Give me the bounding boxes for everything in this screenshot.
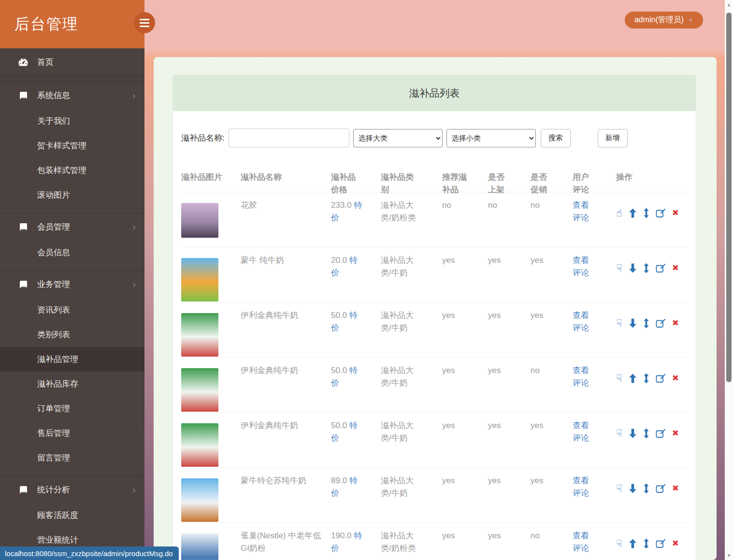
arrow-vertical-icon[interactable] [643,428,649,439]
sidebar-item-14[interactable]: 售后管理 [0,421,144,445]
sidebar-item-1[interactable]: 系统信息› [0,82,144,109]
product-image[interactable] [181,258,218,302]
thumb-down-icon[interactable]: ☟ [616,539,622,548]
sidebar-item-0[interactable]: 首页 [0,48,144,76]
view-comments-link[interactable]: 查看评论 [573,366,589,388]
table-row: 蒙牛特仑苏纯牛奶 89.0 特价 滋补品大类/牛奶 yes yes yes 查看… [181,468,688,523]
view-comments-link[interactable]: 查看评论 [573,421,589,443]
menu-toggle-button[interactable] [134,12,155,33]
arrow-vertical-icon[interactable] [643,373,649,384]
product-image[interactable] [181,203,218,238]
product-image[interactable] [181,368,218,412]
special-price-link[interactable]: 特价 [331,256,358,277]
sidebar-item-4[interactable]: 包装样式管理 [0,158,144,183]
arrow-vertical-icon[interactable] [643,263,649,273]
delete-icon[interactable]: ✖ [672,207,679,219]
delete-icon[interactable]: ✖ [672,537,679,550]
small-category-select[interactable]: 选择小类 [446,129,536,147]
arrow-down-icon[interactable] [629,429,637,438]
thumb-down-icon[interactable]: ☟ [616,263,622,273]
arrow-up-icon[interactable] [629,539,637,548]
product-image[interactable] [181,478,218,522]
special-price-link[interactable]: 特价 [331,421,358,443]
arrow-down-icon[interactable] [629,263,637,273]
recommend-flag: yes [442,247,488,267]
sidebar-item-10[interactable]: 类别列表 [0,322,144,347]
arrow-down-icon[interactable] [629,318,637,328]
edit-icon[interactable] [656,263,666,273]
product-image[interactable] [181,313,218,357]
special-price-link[interactable]: 特价 [331,366,358,388]
scrollbar-thumb[interactable] [726,13,732,382]
delete-icon[interactable]: ✖ [672,262,679,274]
big-category-select[interactable]: 选择大类 [353,129,443,147]
caret-down-icon: ▼ [688,17,693,23]
product-name-input[interactable] [229,129,349,147]
sidebar-item-label: 首页 [37,57,54,68]
sidebar-item-label: 类别列表 [37,329,70,340]
special-price-link[interactable]: 特价 [331,311,358,332]
edit-icon[interactable] [656,429,666,439]
comments-cell: 查看评论 [573,192,616,224]
sidebar-item-13[interactable]: 订单管理 [0,396,144,421]
product-category: 滋补品大类/牛奶 [381,302,442,334]
search-button[interactable]: 搜索 [541,129,571,147]
product-image-cell [181,468,241,522]
sidebar-item-5[interactable]: 滚动图片 [0,183,144,207]
promotion-flag: yes [531,468,573,487]
view-comments-link[interactable]: 查看评论 [573,201,589,222]
sidebar-item-17[interactable]: 顾客活跃度 [0,503,144,528]
thumb-down-icon[interactable]: ☟ [616,484,622,493]
edit-icon[interactable] [656,208,666,218]
scrollbar[interactable]: ▲ ▼ [725,0,733,560]
arrow-vertical-icon[interactable] [643,318,649,329]
scroll-down-icon[interactable]: ▼ [725,553,733,558]
sidebar-item-7[interactable]: 会员信息 [0,240,144,265]
view-comments-link[interactable]: 查看评论 [573,256,589,277]
thumb-up-icon[interactable]: ☝ [616,208,622,218]
sidebar-item-3[interactable]: 贺卡样式管理 [0,133,144,158]
edit-icon[interactable] [656,539,666,549]
view-comments-link[interactable]: 查看评论 [573,531,589,553]
sidebar-item-16[interactable]: 统计分析› [0,476,144,503]
edit-icon[interactable] [656,484,666,494]
edit-icon[interactable] [656,373,666,384]
product-table: 滋补品图片滋补品名称滋补品价格滋补品类别推荐滋补品是否上架是否促销用户评论操作 … [173,160,696,560]
special-price-link[interactable]: 特价 [331,476,358,498]
product-image[interactable] [181,423,218,467]
view-comments-link[interactable]: 查看评论 [573,311,589,332]
arrow-vertical-icon[interactable] [643,538,649,549]
column-header: 用户评论 [573,164,616,196]
column-header: 滋补品价格 [331,164,381,196]
thumb-down-icon[interactable]: ☟ [616,429,622,438]
sidebar-item-8[interactable]: 业务管理› [0,271,144,298]
top-bar: admin(管理员) ▼ [144,0,725,48]
edit-icon[interactable] [656,318,666,329]
sidebar-item-2[interactable]: 关于我们 [0,109,144,133]
scroll-up-icon[interactable]: ▲ [725,2,733,7]
arrow-down-icon[interactable] [629,484,637,493]
product-image[interactable] [181,533,218,560]
product-name: 花胶 [241,192,331,212]
delete-icon[interactable]: ✖ [672,372,679,385]
sidebar-item-15[interactable]: 留言管理 [0,445,144,470]
delete-icon[interactable]: ✖ [672,317,679,330]
table-row: 伊利金典纯牛奶 50.0 特价 滋补品大类/牛奶 yes yes yes 查看评… [181,413,688,468]
sidebar-item-9[interactable]: 资讯列表 [0,298,144,322]
arrow-vertical-icon[interactable] [643,208,649,218]
sidebar-item-12[interactable]: 滋补品库存 [0,372,144,396]
add-button[interactable]: 新增 [598,129,628,147]
thumb-down-icon[interactable]: ☟ [616,373,622,383]
arrow-up-icon[interactable] [629,208,637,218]
admin-menu-button[interactable]: admin(管理员) ▼ [625,12,703,29]
delete-icon[interactable]: ✖ [672,482,679,495]
sidebar-item-6[interactable]: 会员管理› [0,213,144,240]
sidebar-item-11-active[interactable]: 滋补品管理 [0,347,144,372]
delete-icon[interactable]: ✖ [672,427,679,440]
special-price-link[interactable]: 特价 [331,531,362,553]
special-price-link[interactable]: 特价 [331,201,362,222]
view-comments-link[interactable]: 查看评论 [573,476,589,498]
arrow-vertical-icon[interactable] [643,483,649,494]
thumb-down-icon[interactable]: ☟ [616,318,622,328]
arrow-up-icon[interactable] [629,373,637,383]
